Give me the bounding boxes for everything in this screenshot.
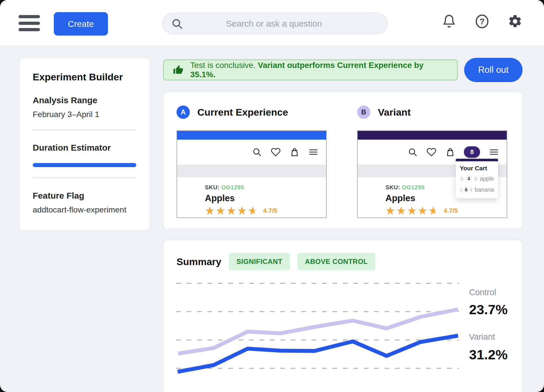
minus-button[interactable]: −	[460, 176, 464, 182]
cart-title: Your Cart	[460, 165, 494, 172]
menu-bar	[19, 22, 40, 25]
svg-text:?: ?	[479, 17, 485, 26]
mockup-b-colorbar	[358, 131, 507, 140]
mockup-current-experience: SKU: OG1295 Apples ★★★★★★★★★★ 4.7/5 $4.9…	[177, 130, 327, 218]
sku-label: SKU:	[205, 184, 220, 191]
heart-icon[interactable]	[271, 147, 281, 157]
variant-b-header: B Variant	[357, 106, 411, 119]
star-rating-fill: ★★★★★	[205, 205, 254, 216]
summary-chart	[176, 278, 459, 385]
rating-row: ★★★★★★★★★★ 4.7/5	[385, 205, 507, 216]
search-icon[interactable]	[252, 147, 262, 157]
search-icon[interactable]	[408, 147, 418, 157]
feature-flag-heading: Feature Flag	[33, 191, 136, 201]
search-input[interactable]	[183, 13, 387, 34]
summary-header: Summary SIGNIFICANT ABOVE CONTROL	[177, 253, 375, 270]
topbar-actions: ?	[442, 13, 523, 29]
cart-row-banana: − 6 + banana	[460, 186, 494, 194]
create-button[interactable]: Create	[54, 12, 108, 36]
qty-value: 6	[464, 186, 468, 194]
sku-line: SKU: OG1295	[205, 184, 326, 191]
mockup-variant: 8 SKU: OG1295 Apples ★★★★★★★★★★ 4.7/5 $4…	[357, 130, 507, 218]
mockup-a-colorbar	[177, 131, 326, 140]
variant-value: 31.2%	[469, 347, 508, 363]
menu-bar	[19, 15, 40, 18]
cart-count-badge[interactable]: 8	[464, 146, 480, 158]
plus-button[interactable]: +	[474, 176, 478, 182]
rating-value: 4.7/5	[444, 207, 458, 215]
cart-dropdown: Your Cart − 4 + apple − 6 + banana	[456, 159, 498, 198]
duration-estimator-heading: Duration Estimator	[33, 143, 136, 153]
heart-icon[interactable]	[426, 147, 437, 157]
duration-progress-fill	[33, 163, 136, 167]
mockup-a-product: SKU: OG1295 Apples ★★★★★★★★★★ 4.7/5 $4.9…	[177, 177, 326, 218]
plus-button[interactable]: +	[470, 187, 473, 193]
minus-button[interactable]: −	[460, 187, 462, 193]
bell-icon[interactable]	[442, 13, 457, 29]
banner-text-normal: Test is conclusive.	[190, 61, 256, 70]
mockup-a-nav	[177, 140, 326, 164]
analysis-range-heading: Analysis Range	[33, 95, 136, 105]
above-control-badge: ABOVE CONTROL	[297, 253, 375, 270]
variant-b-badge: B	[357, 106, 370, 119]
bag-icon[interactable]	[290, 147, 299, 157]
gear-icon[interactable]	[508, 13, 523, 29]
analysis-range-value: February 3–April 1	[33, 110, 136, 119]
control-label: Control	[469, 288, 496, 297]
variant-a-title: Current Experience	[197, 107, 288, 118]
line-chart	[176, 278, 459, 385]
variant-label: Variant	[469, 332, 495, 342]
comparison-card: A Current Experience B Variant SKU: OG12…	[163, 92, 523, 229]
star-rating-icon: ★★★★★★★★★★	[205, 205, 258, 216]
rating-row: ★★★★★★★★★★ 4.7/5	[205, 205, 326, 216]
roll-out-button[interactable]: Roll out	[464, 58, 523, 82]
menu-icon[interactable]	[19, 15, 40, 31]
star-rating-icon: ★★★★★★★★★★	[385, 205, 439, 216]
experiment-builder-panel: Experiment Builder Analysis Range Februa…	[19, 58, 150, 231]
control-value: 23.7%	[469, 302, 508, 317]
divider	[33, 177, 136, 178]
menu-bar	[19, 28, 40, 31]
qty-value: 4	[466, 175, 471, 183]
sku-value: OG1295	[402, 184, 425, 191]
cart-dropdown-accent	[456, 159, 498, 161]
cart-item-name: banana	[475, 186, 494, 193]
panel-title: Experiment Builder	[33, 71, 136, 83]
menu-icon[interactable]	[489, 147, 499, 157]
sku-value: OG1295	[221, 184, 244, 191]
series-variant-line	[178, 336, 458, 372]
variant-a-badge: A	[177, 106, 190, 119]
cart-item-name: apple	[480, 175, 494, 182]
product-name: Apples	[205, 193, 326, 204]
search-icon	[171, 18, 183, 30]
bag-icon[interactable]	[445, 147, 455, 157]
duration-progress-bar[interactable]	[33, 163, 136, 167]
sku-label: SKU:	[385, 184, 400, 191]
menu-icon[interactable]	[308, 147, 319, 157]
variant-a-header: A Current Experience	[177, 106, 288, 119]
search-bar[interactable]	[162, 13, 388, 34]
help-icon[interactable]: ?	[475, 13, 490, 29]
cart-row-apple: − 4 + apple	[460, 175, 494, 183]
divider	[33, 130, 136, 130]
banner-text: Test is conclusive. Variant outperforms …	[190, 61, 448, 79]
variant-b-title: Variant	[378, 107, 411, 118]
series-control-line	[178, 309, 458, 354]
top-bar: Create ?	[0, 0, 544, 46]
feature-flag-value: addtocart-flow-experiment	[33, 205, 136, 215]
star-rating-fill: ★★★★★	[385, 205, 435, 216]
significant-badge: SIGNIFICANT	[229, 253, 290, 270]
summary-card: Summary SIGNIFICANT ABOVE CONTROL Contro…	[163, 240, 523, 392]
thumbs-up-icon	[173, 65, 183, 75]
app-window: Create ?	[0, 0, 544, 392]
conclusive-banner: Test is conclusive. Variant outperforms …	[163, 60, 458, 80]
mockup-a-band	[177, 164, 326, 177]
summary-title: Summary	[177, 256, 221, 267]
rating-value: 4.7/5	[263, 207, 277, 215]
